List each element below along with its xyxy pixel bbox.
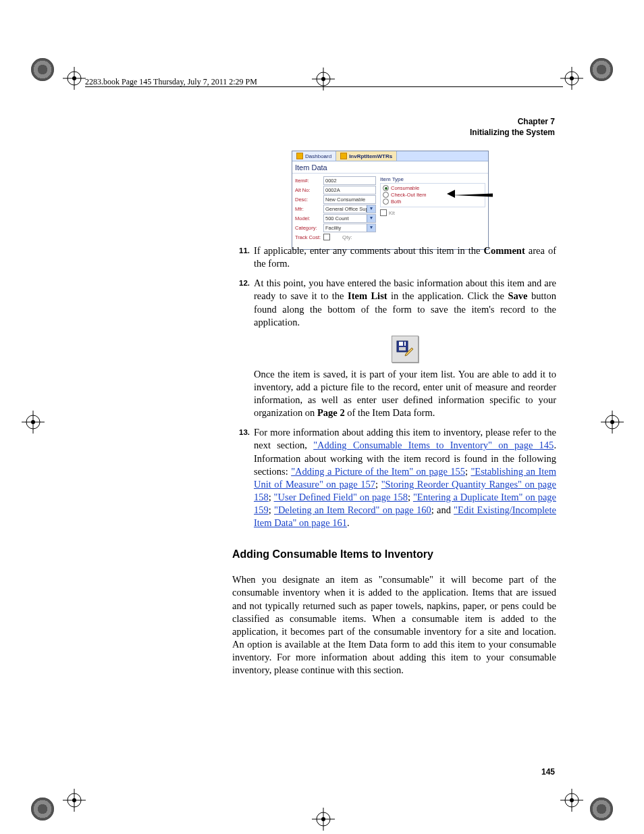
- radio-both[interactable]: [383, 199, 389, 205]
- crop-mark-icon: [22, 411, 45, 434]
- tab-label: InvRptItemWTRs: [349, 153, 392, 159]
- save-button-icon: [392, 336, 419, 363]
- crop-mark-icon: [63, 67, 86, 90]
- svg-point-3: [72, 76, 76, 80]
- crop-mark-icon: [601, 411, 624, 434]
- section-body: When you designate an item as "consumabl…: [232, 573, 556, 677]
- svg-point-11: [570, 76, 574, 80]
- ornament-icon: [590, 58, 613, 81]
- label-item-no: Item#:: [295, 178, 323, 184]
- running-header: 2283.book Page 145 Thursday, July 7, 201…: [85, 77, 257, 87]
- item-data-form-screenshot: Dashboard InvRptItemWTRs Item Data Item#…: [292, 151, 489, 250]
- label-category: Category:: [295, 225, 323, 231]
- ornament-icon: [31, 58, 54, 81]
- tab-active[interactable]: InvRptItemWTRs: [336, 151, 397, 161]
- chapter-title: Initializing the System: [470, 127, 555, 138]
- svg-rect-33: [399, 342, 406, 346]
- step-number: 13.: [232, 426, 254, 529]
- svg-rect-35: [399, 347, 406, 350]
- label-model: Model:: [295, 215, 323, 221]
- xref-user-defined[interactable]: "User Defined Field" on page 158: [274, 492, 408, 502]
- radio-label-both: Both: [391, 199, 401, 205]
- svg-point-19: [610, 420, 614, 424]
- step-number: 12.: [232, 277, 254, 419]
- radio-label-checkout: Check-Out Item: [391, 192, 427, 198]
- svg-point-7: [321, 77, 325, 81]
- chapter-number: Chapter 7: [470, 116, 555, 127]
- svg-point-31: [570, 798, 574, 802]
- section-heading: Adding Consumable Items to Inventory: [232, 547, 556, 561]
- radio-label-consumable: Consumable: [391, 185, 419, 191]
- svg-rect-34: [403, 342, 404, 346]
- input-alt-no[interactable]: 0002A: [323, 186, 376, 194]
- xref-deleting-record[interactable]: "Deleting an Item Record" on page 160: [274, 504, 431, 515]
- step-number: 11.: [232, 244, 254, 270]
- tab-icon: [296, 153, 303, 159]
- callout-arrowhead-icon: [447, 190, 455, 198]
- checkbox-kit[interactable]: [380, 209, 387, 216]
- svg-point-27: [321, 817, 325, 821]
- callout-arrow-icon: [452, 194, 493, 197]
- label-qty: Qty:: [342, 234, 352, 240]
- tab-label: Dashboard: [305, 153, 331, 159]
- svg-point-15: [31, 420, 35, 424]
- page-header: Chapter 7 Initializing the System: [470, 116, 555, 138]
- svg-point-23: [72, 798, 76, 802]
- step-12: 12. At this point, you have entered the …: [232, 277, 556, 419]
- input-desc[interactable]: New Consumable: [323, 195, 376, 204]
- dropdown-mfr[interactable]: General Office Supplie: [323, 205, 376, 213]
- radio-consumable[interactable]: [383, 185, 389, 191]
- checkbox-track-cost[interactable]: [323, 234, 330, 240]
- crop-mark-icon: [560, 789, 583, 812]
- tab-dashboard[interactable]: Dashboard: [292, 151, 336, 161]
- body-content: 11. If applicable, enter any comments ab…: [232, 244, 556, 683]
- label-desc: Desc:: [295, 197, 323, 203]
- tab-icon: [340, 153, 347, 159]
- xref-adding-picture[interactable]: "Adding a Picture of the Item" on page 1…: [291, 466, 465, 477]
- label-track-cost: Track Cost:: [295, 234, 323, 240]
- ornament-icon: [590, 798, 613, 820]
- label-mfr: Mfr:: [295, 206, 323, 212]
- step-13: 13. For more information about adding th…: [232, 426, 556, 529]
- input-item-no[interactable]: 0002: [323, 176, 376, 185]
- radio-checkout[interactable]: [383, 192, 389, 198]
- dropdown-model[interactable]: 500 Count: [323, 214, 376, 223]
- checkbox-label-kit: Kit: [389, 210, 395, 216]
- dropdown-category[interactable]: Facility: [323, 224, 376, 232]
- label-alt-no: Alt No:: [295, 187, 323, 193]
- page-number: 145: [541, 767, 555, 777]
- crop-mark-icon: [560, 67, 583, 90]
- item-type-heading: Item Type: [380, 176, 485, 182]
- ornament-icon: [31, 798, 54, 820]
- crop-mark-icon: [312, 808, 335, 831]
- crop-mark-icon: [63, 789, 86, 812]
- xref-adding-consumable[interactable]: "Adding Consumable Items to Inventory" o…: [313, 440, 554, 450]
- form-title: Item Data: [292, 161, 488, 173]
- step-11: 11. If applicable, enter any comments ab…: [232, 244, 556, 270]
